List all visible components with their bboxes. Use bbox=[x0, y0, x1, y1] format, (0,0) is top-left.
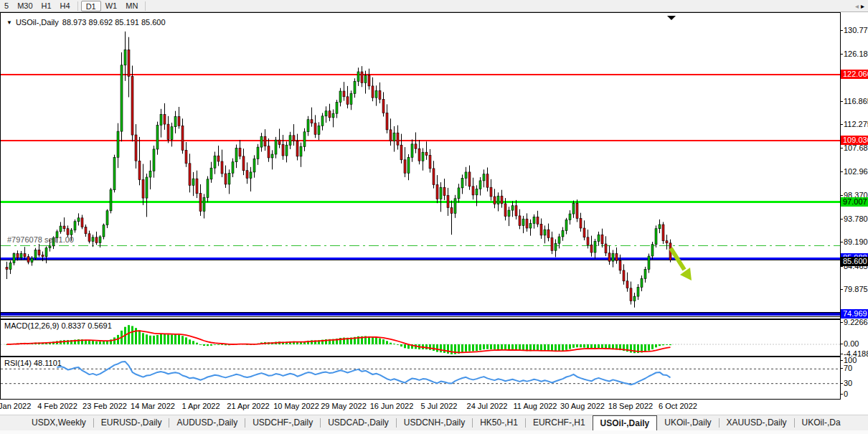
chart-tab-hk50h1[interactable]: HK50-,H1 bbox=[473, 415, 525, 430]
rsi-axis-label: 30 bbox=[844, 379, 852, 387]
chart-tab-usdcaddaily[interactable]: USDCAD-,Daily bbox=[321, 415, 396, 430]
chart-tab-ukoilda[interactable]: UKOil-,Da bbox=[795, 415, 848, 430]
timeframe-button-5[interactable]: 5 bbox=[0, 1, 13, 11]
chart-tab-audusddaily[interactable]: AUDUSD-,Daily bbox=[169, 415, 245, 430]
macd-axis-label: 9.2266 bbox=[844, 318, 868, 326]
chart-tab-eurchfh1[interactable]: EURCHF-,H1 bbox=[526, 415, 593, 430]
tab-scroll-right-icon[interactable]: ▸ bbox=[861, 2, 867, 10]
price-tick-label: 130.770 bbox=[844, 26, 868, 34]
rsi-axis: 10070300 bbox=[841, 357, 868, 400]
date-tick-label: 29 May 2022 bbox=[321, 402, 367, 410]
toolbar-separator bbox=[77, 1, 78, 11]
price-highlight-label-109.036: 109.036 bbox=[841, 136, 868, 145]
date-tick-label: 21 Apr 2022 bbox=[227, 402, 269, 410]
price-chart-panel[interactable]: ▼ USOil-,Daily 88.973 89.692 85.191 85.6… bbox=[0, 12, 841, 319]
price-tick-label: 89.190 bbox=[844, 237, 868, 246]
date-tick-label: 24 Jul 2022 bbox=[467, 402, 508, 410]
timeframe-button-d1[interactable]: D1 bbox=[81, 1, 101, 11]
price-tick-label: 112.275 bbox=[844, 120, 868, 128]
price-highlight-label-97.007: 97.007 bbox=[841, 197, 868, 207]
date-tick-label: 23 Feb 2022 bbox=[82, 402, 127, 410]
chart-tab-ukoildaily[interactable]: UKOil-,Daily bbox=[657, 415, 718, 430]
mt4-window: 5M30H1H4D1W1MN ▼ USOil-,Daily 88.973 89.… bbox=[0, 0, 868, 434]
chart-tab-usdchfdaily[interactable]: USDCHF-,Daily bbox=[245, 415, 320, 430]
timeframe-button-w1[interactable]: W1 bbox=[101, 1, 122, 11]
rsi-panel[interactable]: RSI(14) 48.1101 bbox=[0, 357, 841, 400]
price-tick-label: 102.960 bbox=[844, 167, 868, 176]
rsi-label: RSI(14) 48.1101 bbox=[4, 359, 62, 367]
date-tick-label: 4 Feb 2022 bbox=[37, 402, 77, 410]
chart-symbol-period: USOil-,Daily bbox=[16, 18, 59, 27]
macd-chart bbox=[1, 320, 840, 356]
tab-scroll-arrows[interactable]: ◂▸ bbox=[855, 2, 867, 10]
timeframe-button-m30[interactable]: M30 bbox=[13, 1, 37, 11]
date-tick-label: 16 Jun 2022 bbox=[370, 402, 414, 410]
rsi-axis-label: 70 bbox=[844, 364, 852, 372]
macd-label: MACD(12,26,9) 0.8337 0.5691 bbox=[4, 321, 112, 330]
price-tick-label: 116.865 bbox=[844, 97, 868, 105]
date-tick-label: 10 May 2022 bbox=[273, 402, 319, 410]
price-axis[interactable]: 130.770126.180116.865112.275107.685102.9… bbox=[841, 12, 868, 319]
chart-ohlc-values: 88.973 89.692 85.191 85.600 bbox=[62, 18, 166, 27]
price-highlight-label-122.066: 122.066 bbox=[841, 70, 868, 79]
chart-tab-usdcnhdaily[interactable]: USDCNH-,Daily bbox=[397, 415, 472, 430]
timeframe-toolbar: 5M30H1H4D1W1MN bbox=[0, 0, 868, 12]
macd-axis-label: 0.00 bbox=[844, 339, 859, 348]
chart-tab-xauusddaily[interactable]: XAUUSD-,Daily bbox=[720, 415, 794, 430]
bottom-strip bbox=[0, 430, 868, 434]
date-tick-label: 30 Aug 2022 bbox=[560, 402, 605, 410]
timeframe-button-h1[interactable]: H1 bbox=[37, 1, 56, 11]
rsi-axis-label: 0 bbox=[844, 390, 848, 398]
macd-panel[interactable]: MACD(12,26,9) 0.8337 0.5691 bbox=[0, 319, 841, 357]
date-axis[interactable]: 17 Jan 20224 Feb 202223 Feb 202214 Mar 2… bbox=[0, 400, 868, 415]
macd-axis: 9.22660.00-4.4188 bbox=[841, 319, 868, 357]
chart-shift-marker-icon[interactable] bbox=[667, 16, 676, 20]
price-tick-label: 79.875 bbox=[844, 285, 868, 293]
date-tick-label: 5 Jul 2022 bbox=[421, 402, 458, 410]
date-tick-label: 6 Oct 2022 bbox=[659, 402, 697, 410]
collapse-triangle-icon[interactable]: ▼ bbox=[6, 19, 12, 26]
timeframe-button-mn[interactable]: MN bbox=[121, 1, 142, 11]
candlestick-chart[interactable] bbox=[1, 13, 840, 319]
price-tick-label: 126.180 bbox=[844, 49, 868, 58]
chart-tab-usoildaily[interactable]: USOil-,Daily bbox=[593, 415, 658, 430]
date-tick-label: 11 Aug 2022 bbox=[514, 402, 557, 410]
chart-tab-usdxweekly[interactable]: USDX,Weekly bbox=[24, 415, 93, 430]
toolbar-separator bbox=[145, 1, 146, 11]
chart-tab-bar: USDX,WeeklyEURUSD-,DailyAUDUSD-,DailyUSD… bbox=[0, 415, 868, 430]
date-tick-label: 18 Sep 2022 bbox=[608, 402, 653, 410]
date-tick-label: 17 Jan 2022 bbox=[0, 402, 31, 410]
tab-scroll-left-icon[interactable]: ◂ bbox=[855, 2, 861, 10]
price-highlight-label-85.600: 85.600 bbox=[841, 257, 868, 266]
rsi-chart bbox=[1, 357, 840, 399]
open-order-label[interactable]: #7976078 sell 1.00 bbox=[7, 235, 74, 244]
date-tick-label: 1 Apr 2022 bbox=[181, 402, 220, 410]
price-highlight-label-74.969: 74.969 bbox=[841, 309, 868, 319]
date-tick-label: 14 Mar 2022 bbox=[131, 402, 175, 410]
chart-title: ▼ USOil-,Daily 88.973 89.692 85.191 85.6… bbox=[6, 18, 166, 27]
price-tick-label: 93.780 bbox=[844, 214, 868, 223]
chart-tab-eurusddaily[interactable]: EURUSD-,Daily bbox=[94, 415, 169, 430]
timeframe-button-h4[interactable]: H4 bbox=[56, 1, 75, 11]
